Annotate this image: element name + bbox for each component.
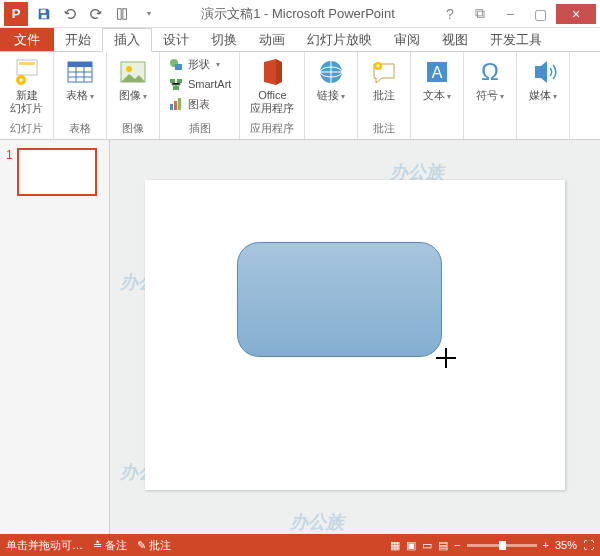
tab-design[interactable]: 设计: [152, 28, 200, 51]
reading-view-icon[interactable]: ▭: [422, 539, 432, 552]
comment-button[interactable]: 批注: [362, 54, 406, 104]
text-label: 文本▾: [423, 89, 451, 103]
text-button[interactable]: A文本▾: [415, 54, 459, 105]
group-slides: 新建幻灯片 幻灯片: [0, 52, 54, 139]
media-button[interactable]: 媒体▾: [521, 54, 565, 105]
tab-review[interactable]: 审阅: [383, 28, 431, 51]
text-icon: A: [421, 56, 453, 88]
group-tables-label: 表格: [58, 120, 102, 137]
tab-home[interactable]: 开始: [54, 28, 102, 51]
svg-rect-16: [170, 104, 173, 110]
group-links-label: [309, 123, 353, 137]
svg-rect-18: [178, 98, 181, 110]
link-button[interactable]: 链接▾: [309, 54, 353, 105]
group-links: 链接▾: [305, 52, 358, 139]
group-images: 图像▾ 图像: [107, 52, 160, 139]
new-slide-label: 新建幻灯片: [10, 89, 43, 115]
svg-rect-3: [123, 8, 127, 19]
tab-insert[interactable]: 插入: [102, 28, 152, 52]
svg-rect-17: [174, 101, 177, 110]
group-images-label: 图像: [111, 120, 155, 137]
tab-view[interactable]: 视图: [431, 28, 479, 51]
chart-button[interactable]: 图表: [164, 94, 235, 114]
svg-rect-1: [41, 14, 46, 18]
ribbon-tabs: 文件 开始 插入 设计 切换 动画 幻灯片放映 审阅 视图 开发工具: [0, 28, 600, 52]
group-media: 媒体▾: [517, 52, 570, 139]
svg-rect-0: [41, 9, 46, 13]
tab-developer[interactable]: 开发工具: [479, 28, 553, 51]
smartart-button[interactable]: SmartArt: [164, 74, 235, 94]
svg-point-10: [126, 66, 132, 72]
statusbar: 单击并拖动可… ≛ 备注 ✎ 批注 ▦ ▣ ▭ ▤ − + 35% ⛶: [0, 534, 600, 556]
slide-canvas-area[interactable]: 办公族 办公族 办公族 办公族 办公族: [110, 140, 600, 534]
link-icon: [315, 56, 347, 88]
ribbon-display-button[interactable]: ⧉: [466, 4, 494, 24]
svg-rect-8: [68, 62, 92, 67]
tab-transitions[interactable]: 切换: [200, 28, 248, 51]
group-text: A文本▾: [411, 52, 464, 139]
image-label: 图像▾: [119, 89, 147, 103]
redo-icon[interactable]: [84, 2, 108, 26]
table-label: 表格▾: [66, 89, 94, 103]
slide-thumbnail-preview: [17, 148, 97, 196]
symbol-button[interactable]: Ω符号▾: [468, 54, 512, 105]
table-button[interactable]: 表格▾: [58, 54, 102, 105]
save-icon[interactable]: [32, 2, 56, 26]
svg-rect-5: [19, 62, 35, 65]
svg-rect-14: [177, 79, 182, 83]
normal-view-icon[interactable]: ▦: [390, 539, 400, 552]
qat-dropdown-icon[interactable]: ▾: [136, 2, 160, 26]
zoom-slider[interactable]: [467, 544, 537, 547]
comments-button[interactable]: ✎ 批注: [137, 538, 171, 553]
titlebar: P ▾ 演示文稿1 - Microsoft PowerPoint ? ⧉ − ▢…: [0, 0, 600, 28]
quick-access-toolbar: ▾: [32, 2, 160, 26]
tab-slideshow[interactable]: 幻灯片放映: [296, 28, 383, 51]
status-message: 单击并拖动可…: [6, 538, 83, 553]
link-label: 链接▾: [317, 89, 345, 103]
help-button[interactable]: ?: [436, 4, 464, 24]
zoom-in-button[interactable]: +: [543, 539, 549, 551]
new-slide-button[interactable]: 新建幻灯片: [4, 54, 49, 117]
sorter-view-icon[interactable]: ▣: [406, 539, 416, 552]
workspace: 1 办公族 办公族 办公族 办公族 办公族: [0, 140, 600, 534]
slide[interactable]: [145, 180, 565, 490]
group-symbol: Ω符号▾: [464, 52, 517, 139]
new-slide-icon: [11, 56, 43, 88]
group-apps-label: 应用程序: [244, 120, 300, 137]
notes-button[interactable]: ≛ 备注: [93, 538, 127, 553]
undo-icon[interactable]: [58, 2, 82, 26]
app-icon: P: [4, 2, 28, 26]
shapes-button[interactable]: 形状▾: [164, 54, 235, 74]
group-illustrations: 形状▾ SmartArt 图表 插图: [160, 52, 240, 139]
window-title: 演示文稿1 - Microsoft PowerPoint: [160, 5, 436, 23]
window-controls: ? ⧉ − ▢ ×: [436, 4, 596, 24]
slideshow-view-icon[interactable]: ▤: [438, 539, 448, 552]
slide-thumbnail[interactable]: 1: [6, 148, 103, 196]
media-label: 媒体▾: [529, 89, 557, 103]
office-apps-label: Office应用程序: [250, 89, 294, 115]
rounded-rectangle-shape[interactable]: [237, 242, 442, 357]
ribbon: 新建幻灯片 幻灯片 表格▾ 表格 图像▾ 图像 形状▾ SmartArt 图表: [0, 52, 600, 140]
group-slides-label: 幻灯片: [4, 120, 49, 137]
zoom-level[interactable]: 35%: [555, 539, 577, 551]
close-button[interactable]: ×: [556, 4, 596, 24]
svg-text:Ω: Ω: [481, 58, 499, 85]
slide-thumbnail-panel: 1: [0, 140, 110, 534]
images-button[interactable]: 图像▾: [111, 54, 155, 105]
group-comments-label: 批注: [362, 120, 406, 137]
slide-number: 1: [6, 148, 13, 196]
office-apps-icon: [256, 56, 288, 88]
group-apps: Office应用程序 应用程序: [240, 52, 305, 139]
file-tab[interactable]: 文件: [0, 28, 54, 51]
fit-window-icon[interactable]: ⛶: [583, 539, 594, 551]
image-icon: [117, 56, 149, 88]
zoom-out-button[interactable]: −: [454, 539, 460, 551]
minimize-button[interactable]: −: [496, 4, 524, 24]
watermark: 办公族: [290, 510, 344, 534]
maximize-button[interactable]: ▢: [526, 4, 554, 24]
tab-animations[interactable]: 动画: [248, 28, 296, 51]
touch-mode-icon[interactable]: [110, 2, 134, 26]
office-apps-button[interactable]: Office应用程序: [244, 54, 300, 117]
group-illustrations-label: 插图: [164, 120, 235, 137]
table-icon: [64, 56, 96, 88]
